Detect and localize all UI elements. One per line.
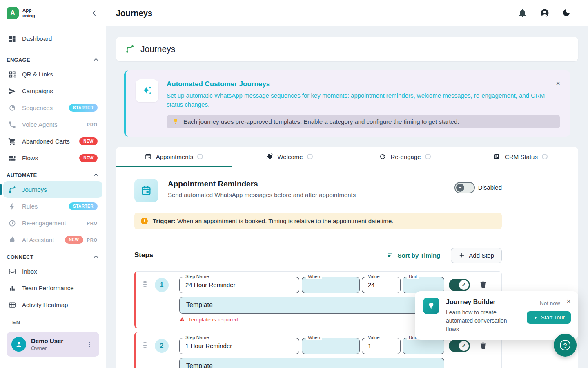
sidebar-item-abandoned-carts[interactable]: Abandoned Carts NEW — [3, 133, 102, 150]
template-select[interactable]: Template — [179, 358, 444, 368]
route-icon — [8, 186, 16, 194]
start-tour-button[interactable]: Start Tour — [527, 311, 571, 324]
tab-appointments[interactable]: Appointments — [116, 147, 232, 167]
drag-handle-icon[interactable] — [143, 342, 150, 350]
heatmap-grid-icon — [8, 301, 16, 309]
popup-close-icon[interactable]: × — [566, 298, 571, 305]
dark-mode-moon-icon[interactable] — [562, 8, 572, 18]
tab-status-circle — [307, 154, 313, 159]
sidebar-item-dashboard[interactable]: Dashboard — [3, 30, 102, 47]
starter-badge: STARTER — [69, 104, 98, 112]
tab-status-circle — [197, 154, 203, 159]
calendar-icon — [134, 179, 158, 202]
toggle-minus-icon: − — [456, 184, 464, 192]
step-enabled-toggle[interactable]: ✓ — [449, 279, 470, 291]
popup-description: Learn how to create automated conversati… — [446, 308, 520, 333]
help-button[interactable]: ? — [554, 334, 577, 357]
tab-crm-status[interactable]: CRM Status — [463, 147, 578, 167]
banner-title: Automated Customer Journeys — [167, 80, 560, 88]
sidebar-item-team-performance[interactable]: Team Performance — [3, 280, 102, 296]
sidebar-item-flows[interactable]: Flows NEW — [3, 150, 102, 166]
user-menu-icon[interactable]: ⋮ — [85, 341, 94, 348]
sidebar-collapse-button[interactable] — [89, 7, 100, 19]
value-input[interactable]: Value 24 — [362, 277, 401, 293]
page-heading-card: Journeys — [116, 37, 578, 61]
step-enabled-toggle[interactable]: ✓ — [449, 340, 470, 352]
sidebar-header: A App- ening — [0, 0, 106, 26]
new-badge: NEW — [79, 154, 98, 162]
sidebar-nav: Dashboard ENGAGE QR & Links Campaigns Se… — [0, 26, 106, 312]
sparkles-icon — [136, 79, 158, 102]
sidebar-item-ai-assistant[interactable]: AI Assistant NEW PRO — [3, 231, 102, 248]
trigger-label: Trigger: — [153, 218, 176, 224]
step-number-badge: 1 — [155, 278, 169, 292]
journey-builder-popup: Journey Builder Learn how to create auto… — [415, 291, 578, 340]
waving-hand-icon — [266, 153, 273, 160]
new-badge: NEW — [65, 236, 83, 244]
drag-handle-icon[interactable] — [143, 281, 150, 289]
category-enable-toggle[interactable]: − — [454, 182, 475, 193]
inbox-icon — [8, 267, 16, 276]
sort-by-timing-button[interactable]: Sort by Timing — [387, 251, 441, 259]
sidebar-item-sequences[interactable]: Sequences STARTER — [3, 99, 102, 116]
unit-select[interactable]: Unit — [403, 338, 444, 354]
category-title: Appointment Reminders — [168, 180, 356, 188]
starter-badge: STARTER — [69, 202, 98, 210]
user-role: Owner — [31, 345, 63, 351]
tab-status-circle — [542, 154, 548, 159]
sidebar-item-campaigns[interactable]: Campaigns — [3, 83, 102, 99]
sidebar-item-qr-links[interactable]: QR & Links — [3, 66, 102, 83]
trigger-text: When an appointment is booked. Timing is… — [177, 218, 393, 224]
page-heading: Journeys — [140, 44, 175, 54]
lightbulb-icon — [172, 118, 179, 125]
tab-welcome[interactable]: Welcome — [232, 147, 347, 167]
when-select[interactable]: When — [302, 338, 360, 354]
bar-chart-icon — [8, 284, 16, 292]
chevron-up-icon[interactable] — [93, 172, 99, 178]
chevron-up-icon[interactable] — [93, 254, 99, 260]
delete-step-trash-icon[interactable] — [479, 341, 488, 350]
chevron-up-icon[interactable] — [93, 56, 99, 63]
not-now-link[interactable]: Not now — [540, 300, 560, 306]
sidebar-item-voice-agents[interactable]: Voice Agents PRO — [3, 116, 102, 133]
pro-tag: PRO — [87, 122, 98, 127]
sidebar-item-re-engagement[interactable]: Re-engagement PRO — [3, 215, 102, 231]
sidebar-footer: EN Demo User Owner ⋮ — [0, 312, 106, 368]
sidebar-item-activity-heatmap[interactable]: Activity Heatmap — [3, 296, 102, 312]
route-icon — [125, 44, 135, 54]
step-name-input[interactable]: Step Name 24 Hour Reminder — [179, 277, 299, 293]
refresh-icon — [379, 153, 386, 160]
sidebar-item-journeys[interactable]: Journeys — [3, 181, 102, 198]
user-card[interactable]: Demo User Owner ⋮ — [7, 332, 99, 357]
value-input[interactable]: Value 1 — [362, 338, 401, 354]
sidebar-item-rules[interactable]: Rules STARTER — [3, 198, 102, 215]
step-name-input[interactable]: Step Name 1 Hour Reminder — [179, 338, 299, 354]
step-number-badge: 2 — [155, 339, 169, 353]
category-subtitle: Send automated WhatsApp messages before … — [168, 191, 356, 198]
tab-re-engage[interactable]: Re-engage — [347, 147, 463, 167]
language-label[interactable]: EN — [12, 319, 99, 325]
logo-text: App- ening — [22, 8, 35, 18]
lightbulb-icon — [423, 298, 439, 314]
user-name: Demo User — [31, 337, 63, 344]
avatar — [11, 337, 26, 352]
bolt-icon — [8, 202, 16, 211]
notifications-bell-icon[interactable] — [518, 8, 528, 18]
calendar-icon — [145, 153, 152, 160]
category-header: Appointment Reminders Send automated Wha… — [134, 179, 502, 202]
delete-step-trash-icon[interactable] — [479, 280, 488, 289]
section-header-engage: ENGAGE — [3, 51, 102, 66]
add-step-button[interactable]: Add Step — [451, 248, 502, 263]
unit-select[interactable]: Unit — [403, 277, 444, 293]
section-header-connect: CONNECT — [3, 248, 102, 263]
when-select[interactable]: When — [302, 277, 360, 293]
template-select[interactable]: Template — [179, 297, 444, 314]
sort-icon — [387, 251, 394, 259]
new-badge: NEW — [79, 137, 98, 145]
banner-close-icon[interactable]: × — [556, 79, 560, 87]
section-header-automate: AUTOMATE — [3, 166, 102, 181]
info-banner: Automated Customer Journeys Set up autom… — [124, 70, 570, 137]
sidebar-item-inbox[interactable]: Inbox — [3, 263, 102, 280]
account-icon[interactable] — [540, 8, 550, 18]
sidebar: A App- ening Dashboard ENGAGE — [0, 0, 106, 368]
